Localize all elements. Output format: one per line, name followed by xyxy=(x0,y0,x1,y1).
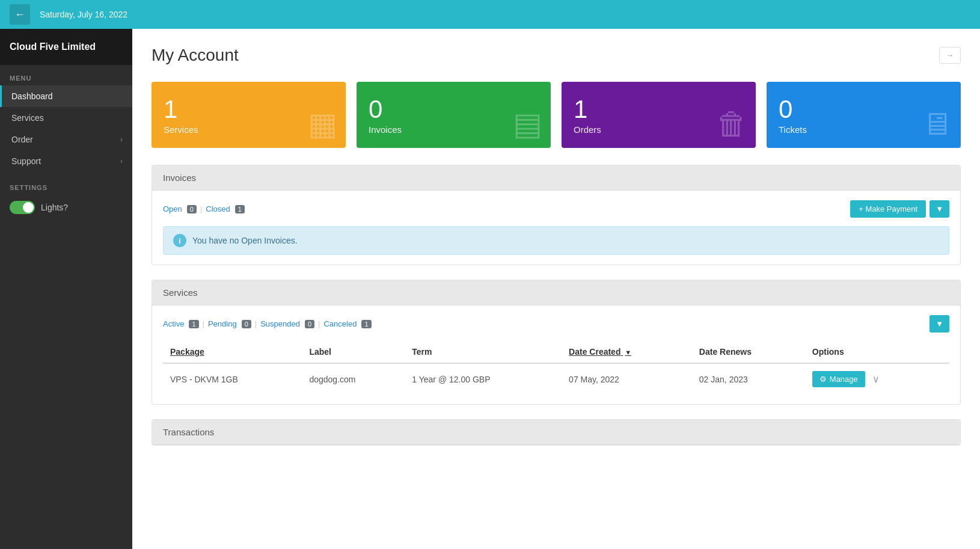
manage-label: Manage xyxy=(830,375,858,384)
services-section-header: Services xyxy=(152,280,960,305)
filter-separator: | xyxy=(200,204,202,213)
row-term: 1 Year @ 12.00 GBP xyxy=(405,363,562,394)
filter-icon: ▼ xyxy=(936,204,943,213)
services-suspended-badge: 0 xyxy=(305,320,314,328)
sidebar-item-services[interactable]: Services xyxy=(0,107,132,129)
sidebar: Cloud Five Limited MENU Dashboard Servic… xyxy=(0,29,132,549)
sidebar-item-label-dashboard: Dashboard xyxy=(11,91,53,101)
services-section: Services Active 1 | Pending 0 | Suspende… xyxy=(152,280,961,405)
stat-services-icon: ▦ xyxy=(308,106,337,142)
stat-orders-icon: 🗑 xyxy=(716,106,747,142)
invoice-closed-badge: 1 xyxy=(235,205,245,213)
manage-button[interactable]: ⚙ Manage xyxy=(812,371,865,387)
stat-invoices-icon: ▤ xyxy=(513,106,542,142)
col-date-renews: Date Renews xyxy=(692,341,805,363)
transactions-section-header: Transactions xyxy=(152,420,960,445)
stat-card-invoices[interactable]: 0 Invoices ▤ xyxy=(357,82,551,148)
stat-card-orders[interactable]: 1 Orders 🗑 xyxy=(562,82,756,148)
sidebar-item-label-order: Order xyxy=(11,135,33,144)
page-title-row: My Account → xyxy=(152,46,961,65)
col-term: Term xyxy=(405,341,562,363)
sort-arrow-icon: ▼ xyxy=(625,349,631,356)
sidebar-item-support[interactable]: Support › xyxy=(0,150,132,172)
invoice-filter-row: Open 0 | Closed 1 + Make Payment ▼ xyxy=(163,200,949,218)
invoice-filter-tabs: Open 0 | Closed 1 xyxy=(163,204,245,213)
top-bar: ← Saturday, July 16, 2022 xyxy=(0,0,980,29)
transactions-section: Transactions xyxy=(152,419,961,446)
expand-button[interactable]: → xyxy=(939,47,961,64)
lights-label: Lights? xyxy=(41,203,68,212)
top-bar-date: Saturday, July 16, 2022 xyxy=(40,10,127,19)
row-date-renews: 02 Jan, 2023 xyxy=(692,363,805,394)
services-filter-button[interactable]: ▼ xyxy=(929,315,949,333)
make-payment-button[interactable]: + Make Payment xyxy=(850,200,926,218)
table-row: VPS - DKVM 1GB dogdog.com 1 Year @ 12.00… xyxy=(163,363,949,394)
stat-cards: 1 Services ▦ 0 Invoices ▤ 1 Orders 🗑 0 T… xyxy=(152,82,961,148)
services-canceled-badge: 1 xyxy=(361,320,371,328)
col-package[interactable]: Package xyxy=(163,341,302,363)
services-pending-badge: 0 xyxy=(242,320,251,328)
sidebar-item-order[interactable]: Order › xyxy=(0,129,132,150)
lights-toggle[interactable] xyxy=(10,201,35,214)
sidebar-item-label-support: Support xyxy=(11,156,41,166)
row-options: ⚙ Manage ∨ xyxy=(805,363,949,394)
services-filter-pending[interactable]: Pending xyxy=(208,319,237,328)
chevron-right-icon: › xyxy=(120,157,123,165)
stat-card-services[interactable]: 1 Services ▦ xyxy=(152,82,346,148)
main-content: My Account → 1 Services ▦ 0 Invoices ▤ xyxy=(132,29,980,549)
row-label: dogdog.com xyxy=(302,363,405,394)
services-tabs: Active 1 | Pending 0 | Suspended 0 | Can… xyxy=(163,319,372,328)
lights-toggle-row: Lights? xyxy=(0,195,132,220)
invoice-actions: + Make Payment ▼ xyxy=(850,200,949,218)
sidebar-item-dashboard[interactable]: Dashboard xyxy=(0,85,132,107)
chevron-down-icon: ∨ xyxy=(872,374,880,384)
invoice-filter-button[interactable]: ▼ xyxy=(929,200,949,218)
row-date-created: 07 May, 2022 xyxy=(562,363,692,394)
manage-gear-icon: ⚙ xyxy=(819,375,827,384)
sidebar-settings-label: SETTINGS xyxy=(0,172,132,195)
col-label: Label xyxy=(302,341,405,363)
row-expand-button[interactable]: ∨ xyxy=(869,371,883,387)
invoices-section: Invoices Open 0 | Closed 1 + Make Paymen xyxy=(152,165,961,265)
services-actions: ▼ xyxy=(929,315,949,333)
back-button[interactable]: ← xyxy=(10,4,30,25)
invoice-info-box: i You have no Open Invoices. xyxy=(163,226,949,255)
services-filter-row: Active 1 | Pending 0 | Suspended 0 | Can… xyxy=(163,315,949,333)
col-date-created[interactable]: Date Created ▼ xyxy=(562,341,692,363)
invoice-info-message: You have no Open Invoices. xyxy=(192,236,298,245)
row-package: VPS - DKVM 1GB xyxy=(163,363,302,394)
services-filter-canceled[interactable]: Canceled xyxy=(323,319,357,328)
invoices-section-header: Invoices xyxy=(152,165,960,191)
sidebar-item-label-services: Services xyxy=(11,113,44,123)
invoice-open-badge: 0 xyxy=(187,205,197,213)
sidebar-menu-label: MENU xyxy=(0,65,132,85)
col-options: Options xyxy=(805,341,949,363)
sidebar-brand: Cloud Five Limited xyxy=(0,29,132,65)
invoice-filter-closed[interactable]: Closed xyxy=(206,204,230,213)
invoice-filter-open[interactable]: Open xyxy=(163,204,182,213)
stat-tickets-icon: 🖥 xyxy=(921,106,952,142)
main-layout: Cloud Five Limited MENU Dashboard Servic… xyxy=(0,29,980,549)
toggle-knob xyxy=(23,202,34,213)
services-filter-icon: ▼ xyxy=(936,319,943,328)
services-section-body: Active 1 | Pending 0 | Suspended 0 | Can… xyxy=(152,305,960,404)
services-active-badge: 1 xyxy=(189,320,198,328)
back-icon: ← xyxy=(14,8,25,21)
invoices-section-body: Open 0 | Closed 1 + Make Payment ▼ xyxy=(152,191,960,265)
stat-card-tickets[interactable]: 0 Tickets 🖥 xyxy=(767,82,961,148)
services-table: Package Label Term Date Created xyxy=(163,341,949,394)
chevron-right-icon: › xyxy=(120,135,123,144)
info-icon: i xyxy=(173,234,186,247)
options-cell: ⚙ Manage ∨ xyxy=(812,371,942,387)
services-filter-suspended[interactable]: Suspended xyxy=(260,319,300,328)
make-payment-label: + Make Payment xyxy=(859,204,917,213)
expand-icon: → xyxy=(946,51,954,60)
services-filter-active[interactable]: Active xyxy=(163,319,184,328)
page-title: My Account xyxy=(152,46,239,65)
